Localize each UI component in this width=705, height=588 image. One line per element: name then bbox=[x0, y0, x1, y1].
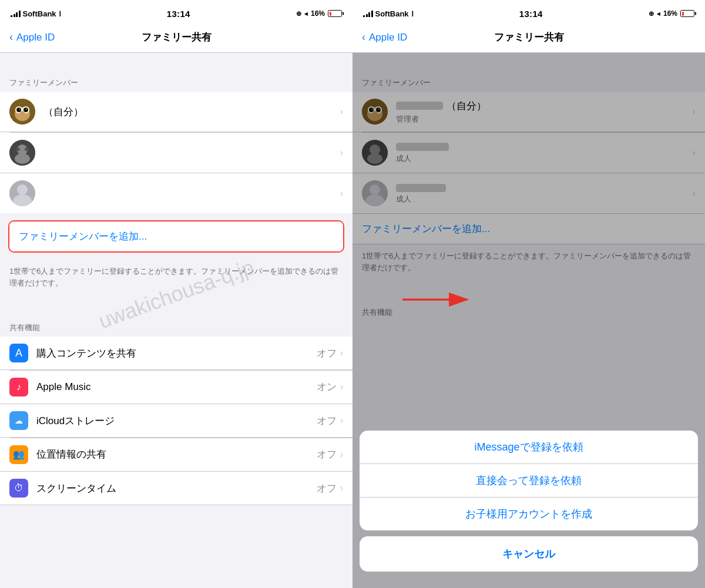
svg-point-8 bbox=[19, 109, 20, 110]
appstore-glyph: A bbox=[15, 347, 22, 359]
chevron-icloud-left: › bbox=[340, 415, 343, 426]
bar3 bbox=[16, 12, 18, 17]
nav-title-left: ファミリー共有 bbox=[142, 31, 212, 44]
location-glyph: 👥 bbox=[13, 449, 25, 460]
avatar-owl-left bbox=[9, 99, 35, 125]
modal-sheet: iMessageで登録を依頼 直接会って登録を依頼 お子様用アカウントを作成 キ… bbox=[352, 431, 705, 588]
feature-name-purchases-left: 購入コンテンツを共有 bbox=[36, 347, 317, 360]
bar2r bbox=[366, 14, 368, 17]
chevron-dark-left: › bbox=[340, 147, 343, 158]
carrier-name-right: SoftBank bbox=[375, 9, 409, 18]
feature-value-location-left: オフ bbox=[317, 448, 337, 461]
bar1 bbox=[11, 15, 12, 17]
feature-icloud-left[interactable]: ☁ iCloudストレージ オフ › bbox=[0, 404, 352, 438]
add-member-left[interactable]: ファミリーメンバーを追加... bbox=[9, 221, 343, 251]
modal-imessage-item[interactable]: iMessageで登録を依頼 bbox=[360, 431, 698, 464]
battery-percent-right: 16% bbox=[663, 9, 677, 18]
features-gap-left bbox=[0, 298, 352, 312]
modal-cancel-button[interactable]: キャンセル bbox=[360, 536, 698, 572]
signal-bars-right bbox=[363, 10, 373, 17]
member-name-owl-left: （自分） bbox=[43, 105, 340, 119]
feature-name-location-left: 位置情報の共有 bbox=[36, 448, 317, 461]
chevron-purchases-left: › bbox=[340, 348, 343, 358]
battery-icon-right bbox=[680, 10, 694, 17]
nav-back-right[interactable]: ‹ Apple ID bbox=[362, 31, 407, 43]
feature-music-left[interactable]: ♪ Apple Music オン › bbox=[0, 371, 352, 404]
modal-child-text: お子様用アカウントを作成 bbox=[465, 507, 592, 521]
feature-name-screentime-left: スクリーンタイム bbox=[36, 482, 317, 495]
member-text-owl-left: （自分） bbox=[43, 105, 340, 119]
icon-appstore-left: A bbox=[9, 344, 28, 362]
svg-point-9 bbox=[26, 109, 27, 110]
icon-icloud-left: ☁ bbox=[9, 411, 28, 430]
add-member-text-left: ファミリーメンバーを追加... bbox=[19, 230, 147, 243]
feature-name-music-left: Apple Music bbox=[36, 381, 317, 393]
svg-point-16 bbox=[25, 147, 28, 151]
modal-options-group: iMessageで登録を依頼 直接会って登録を依頼 お子様用アカウントを作成 bbox=[360, 431, 698, 530]
icon-location-left: 👥 bbox=[9, 445, 28, 464]
chevron-location-left: › bbox=[340, 449, 343, 460]
back-label-left: Apple ID bbox=[16, 32, 55, 43]
features-header-left: 共有機能 bbox=[0, 312, 352, 337]
feature-purchases-left[interactable]: A 購入コンテンツを共有 オフ › bbox=[0, 337, 352, 370]
icon-music-left: ♪ bbox=[9, 378, 28, 397]
family-list-left: （自分） › › bbox=[0, 92, 352, 213]
lock-icon-left: ⊕ bbox=[296, 10, 301, 18]
svg-point-18 bbox=[17, 184, 28, 195]
time-left: 13:14 bbox=[167, 9, 190, 19]
member-item-default-left[interactable]: › bbox=[0, 173, 352, 213]
wifi-icon-left: ⁞ bbox=[59, 9, 61, 18]
feature-value-music-left: オン bbox=[317, 380, 337, 394]
signal-bars-left bbox=[11, 10, 21, 17]
modal-imessage-text: iMessageで登録を依頼 bbox=[474, 440, 583, 454]
nav-bar-right: ‹ Apple ID ファミリー共有 bbox=[352, 25, 705, 53]
status-right-right: ⊕ ◂ 16% bbox=[649, 9, 694, 18]
modal-inperson-item[interactable]: 直接会って登録を依頼 bbox=[360, 464, 698, 498]
back-chevron-left: ‹ bbox=[9, 31, 13, 43]
carrier-name-left: SoftBank bbox=[23, 9, 56, 18]
family-header-left: ファミリーメンバー bbox=[0, 67, 352, 92]
member-item-dark-left[interactable]: › bbox=[0, 133, 352, 173]
battery-icon-left bbox=[328, 10, 342, 17]
feature-value-purchases-left: オフ bbox=[317, 347, 337, 360]
location-icon-right: ◂ bbox=[657, 10, 660, 18]
modal-inperson-text: 直接会って登録を依頼 bbox=[476, 473, 582, 488]
content-left: ファミリーメンバー bbox=[0, 53, 352, 588]
status-bar-right: SoftBank ⁞ 13:14 ⊕ ◂ 16% bbox=[352, 0, 705, 25]
nav-bar-left: ‹ Apple ID ファミリー共有 bbox=[0, 25, 352, 53]
chevron-default-left: › bbox=[340, 188, 343, 199]
chevron-owl-left: › bbox=[340, 106, 343, 117]
location-icon-left: ◂ bbox=[304, 10, 308, 18]
avatar-dark-left bbox=[9, 140, 35, 166]
screentime-glyph: ⏱ bbox=[14, 483, 24, 493]
svg-point-14 bbox=[15, 153, 30, 164]
member-item-owl-left[interactable]: （自分） › bbox=[0, 92, 352, 132]
avatar-default-left bbox=[9, 180, 35, 206]
icloud-glyph: ☁ bbox=[15, 416, 23, 425]
battery-percent-left: 16% bbox=[311, 9, 325, 18]
feature-value-icloud-left: オフ bbox=[317, 414, 337, 428]
bar1r bbox=[363, 15, 365, 17]
status-right-left: ⊕ ◂ 16% bbox=[296, 9, 342, 18]
back-chevron-right: ‹ bbox=[362, 31, 365, 43]
bar4 bbox=[19, 11, 21, 17]
carrier-right: SoftBank ⁞ bbox=[363, 9, 414, 18]
nav-back-left[interactable]: ‹ Apple ID bbox=[9, 31, 55, 43]
nav-title-right: ファミリー共有 bbox=[494, 31, 564, 44]
feature-location-left[interactable]: 👥 位置情報の共有 オフ › bbox=[0, 438, 352, 472]
battery-fill-left bbox=[330, 12, 332, 16]
description-left: 1世帯で6人までファミリーに登録することができます。ファミリーメンバーを追加でき… bbox=[0, 260, 352, 298]
modal-child-item[interactable]: お子様用アカウントを作成 bbox=[360, 498, 698, 530]
chevron-screentime-left: › bbox=[340, 483, 343, 493]
chevron-music-left: › bbox=[340, 382, 343, 392]
modal-cancel-text: キャンセル bbox=[502, 547, 555, 561]
lock-icon-right: ⊕ bbox=[649, 10, 654, 18]
icon-screentime-left: ⏱ bbox=[9, 479, 28, 498]
bar3r bbox=[368, 12, 370, 17]
left-panel: SoftBank ⁞ 13:14 ⊕ ◂ 16% ‹ Apple ID ファミリ… bbox=[0, 0, 352, 588]
feature-screentime-left[interactable]: ⏱ スクリーンタイム オフ › bbox=[0, 472, 352, 505]
right-panel: SoftBank ⁞ 13:14 ⊕ ◂ 16% ‹ Apple ID ファミリ… bbox=[352, 0, 705, 588]
carrier-left: SoftBank ⁞ bbox=[11, 9, 61, 18]
features-list-left: A 購入コンテンツを共有 オフ › ♪ Apple Music オン › ☁ bbox=[0, 337, 352, 505]
bar4r bbox=[371, 11, 373, 17]
